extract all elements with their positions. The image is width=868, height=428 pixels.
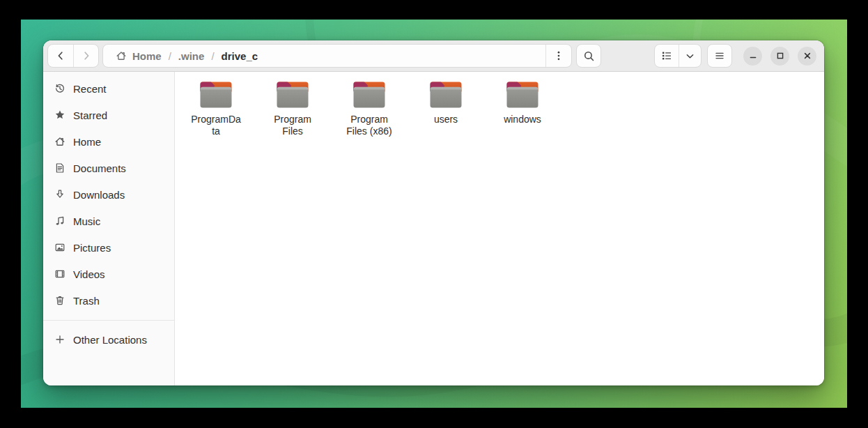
videos-icon <box>54 268 65 280</box>
sidebar-item-pictures[interactable]: Pictures <box>47 235 170 260</box>
sidebar-item-label: Documents <box>73 162 126 174</box>
plus-icon <box>54 334 65 345</box>
maximize-button[interactable] <box>770 47 789 66</box>
breadcrumb: Home/.wine/drive_c <box>103 46 545 66</box>
home-icon <box>116 50 127 61</box>
folder-icon <box>276 79 309 109</box>
sidebar-divider <box>43 320 174 321</box>
folder-icon <box>352 79 386 109</box>
sidebar-item-home[interactable]: Home <box>47 129 170 154</box>
file-item-windows[interactable]: windows <box>484 78 561 125</box>
sidebar-item-label: Other Locations <box>73 334 147 346</box>
sidebar-item-trash[interactable]: Trash <box>47 288 170 313</box>
breadcrumb-segment-label: .wine <box>178 50 205 62</box>
file-item-program-files[interactable]: Program Files <box>254 78 331 137</box>
folder-icon <box>199 79 233 109</box>
breadcrumb-segment-drive-c[interactable]: drive_c <box>217 46 263 66</box>
file-item-label: users <box>434 114 458 125</box>
sidebar: Recent Starred Home Documents Downloads … <box>43 72 175 385</box>
location-menu-button[interactable] <box>545 45 571 67</box>
starred-icon <box>54 109 65 121</box>
recent-icon <box>54 83 65 94</box>
close-icon <box>802 50 813 61</box>
search-icon <box>583 50 595 62</box>
minimize-button[interactable] <box>743 47 762 66</box>
list-view-icon <box>661 50 672 61</box>
music-icon <box>54 215 65 227</box>
sidebar-item-label: Music <box>73 215 100 227</box>
breadcrumb-separator: / <box>169 50 171 62</box>
desktop-wallpaper: Home/.wine/drive_c <box>21 20 847 408</box>
window-body: Recent Starred Home Documents Downloads … <box>43 72 824 385</box>
view-toggle-group <box>654 44 702 68</box>
folder-icon <box>506 79 539 109</box>
file-item-label: Program Files (x86) <box>344 114 394 137</box>
trash-icon <box>54 295 65 306</box>
view-options-button[interactable] <box>679 45 701 67</box>
list-view-button[interactable] <box>655 45 679 67</box>
header-bar: Home/.wine/drive_c <box>43 40 824 72</box>
sidebar-item-music[interactable]: Music <box>47 208 170 234</box>
forward-button[interactable] <box>73 45 98 67</box>
main-menu-button[interactable] <box>707 44 732 68</box>
files-window: Home/.wine/drive_c <box>43 40 824 385</box>
path-bar: Home/.wine/drive_c <box>102 44 572 68</box>
documents-icon <box>54 162 65 174</box>
sidebar-item-label: Recent <box>73 83 107 95</box>
file-item-label: windows <box>504 114 541 125</box>
hamburger-menu-icon <box>714 50 725 61</box>
file-item-label: Program Files <box>268 114 318 137</box>
sidebar-item-label: Trash <box>73 295 100 307</box>
maximize-icon <box>775 50 786 61</box>
chevron-down-icon <box>685 51 695 61</box>
kebab-menu-icon <box>553 50 564 61</box>
breadcrumb-segment-wine[interactable]: .wine <box>174 46 209 66</box>
file-item-program-files-x86[interactable]: Program Files (x86) <box>331 78 408 137</box>
file-item-label: ProgramData <box>191 114 241 137</box>
folder-icon <box>429 79 463 109</box>
minimize-icon <box>747 50 759 61</box>
sidebar-item-recent[interactable]: Recent <box>47 76 170 101</box>
sidebar-item-videos[interactable]: Videos <box>47 261 170 286</box>
pictures-icon <box>54 242 65 253</box>
sidebar-item-documents[interactable]: Documents <box>47 155 170 181</box>
breadcrumb-segment-label: Home <box>132 50 162 62</box>
sidebar-item-starred[interactable]: Starred <box>47 102 170 128</box>
home-icon <box>54 136 65 147</box>
breadcrumb-segment-label: drive_c <box>222 50 258 62</box>
sidebar-item-label: Videos <box>73 268 105 280</box>
file-view: ProgramData Program Files Program Files … <box>175 72 824 385</box>
window-controls <box>743 47 816 66</box>
sidebar-item-label: Pictures <box>73 242 111 254</box>
downloads-icon <box>54 189 65 200</box>
file-grid: ProgramData Program Files Program Files … <box>175 72 824 137</box>
back-button[interactable] <box>48 45 73 67</box>
sidebar-item-downloads[interactable]: Downloads <box>47 182 170 207</box>
history-navigation-group <box>47 44 99 68</box>
file-item-programdata[interactable]: ProgramData <box>178 78 254 137</box>
sidebar-item-label: Home <box>73 136 101 148</box>
close-button[interactable] <box>798 47 816 66</box>
file-item-users[interactable]: users <box>408 78 484 125</box>
search-button[interactable] <box>576 44 601 68</box>
sidebar-item-other-locations[interactable]: Other Locations <box>47 327 170 352</box>
breadcrumb-segment-home[interactable]: Home <box>111 46 166 66</box>
sidebar-item-label: Downloads <box>73 189 125 201</box>
sidebar-item-label: Starred <box>73 109 107 121</box>
breadcrumb-separator: / <box>211 50 214 62</box>
